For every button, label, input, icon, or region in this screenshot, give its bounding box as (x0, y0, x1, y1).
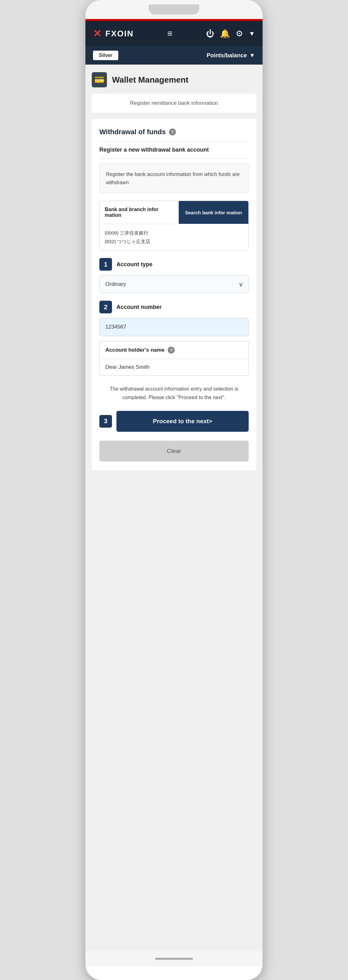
step1-header: 1 Account type (99, 258, 249, 270)
notch (149, 5, 199, 14)
step3-badge: 3 (99, 415, 112, 428)
divider-1 (99, 141, 249, 142)
account-holder-value: Dear James Smith (100, 359, 248, 375)
step2-section: 2 Account number (99, 301, 249, 336)
home-indicator (155, 958, 193, 960)
header-icons: ⏻ 🔔 ⚙ ▼ (206, 29, 255, 39)
page-title-row: 💳 Wallet Management (92, 72, 256, 88)
step1-section: 1 Account type Ordinary Current Savings … (99, 258, 249, 293)
logo-text: FXOIN (105, 29, 133, 39)
form-card: Withdrawal of funds ? Register a new wit… (92, 119, 256, 470)
step1-badge: 1 (99, 258, 112, 270)
points-balance-button[interactable]: Points/balance ▼ (207, 52, 255, 59)
branch-name: (832) つつじヶ丘支店 (105, 237, 243, 246)
account-holder-section: Account holder's name ? Dear James Smith (99, 341, 249, 376)
account-number-input[interactable] (100, 318, 248, 336)
account-holder-header: Account holder's name ? (100, 342, 248, 359)
points-balance-label: Points/balance (207, 52, 247, 59)
account-type-select[interactable]: Ordinary Current Savings (100, 275, 248, 293)
bank-info-label: Bank and branch infor mation (100, 201, 179, 224)
divider-2 (99, 158, 249, 159)
account-type-select-wrapper: Ordinary Current Savings ∨ (99, 275, 249, 293)
section-title-row: Withdrawal of funds ? (99, 128, 249, 136)
points-chevron-icon: ▼ (249, 52, 255, 59)
page-content: 💳 Wallet Management Register remittance … (86, 65, 262, 951)
phone-top (86, 0, 262, 19)
phone-bottom (86, 951, 262, 967)
account-holder-help-icon[interactable]: ? (168, 347, 175, 353)
breadcrumb-text: Register remittance bank information (130, 100, 218, 106)
power-icon[interactable]: ⏻ (206, 29, 214, 39)
bell-icon[interactable]: 🔔 (220, 29, 230, 39)
gear-icon[interactable]: ⚙ (236, 29, 243, 39)
wallet-icon: 💳 (94, 75, 104, 85)
sub-header: Silver Points/balance ▼ (86, 46, 262, 65)
main-header: ✕ FXOIN ≡ ⏻ 🔔 ⚙ ▼ (86, 21, 262, 46)
account-number-input-wrapper (99, 318, 249, 336)
action-section: 3 Proceed to the next> Clear (99, 411, 249, 461)
breadcrumb-card: Register remittance bank information (92, 94, 256, 113)
chevron-icon[interactable]: ▼ (249, 30, 255, 37)
proceed-button[interactable]: Proceed to the next> (116, 411, 249, 432)
step3-btn-row: 3 Proceed to the next> (99, 411, 249, 432)
completion-message: The withdrawal account information entry… (99, 385, 249, 402)
bank-info-section: Bank and branch infor mation Search bank… (99, 201, 249, 250)
search-bank-button[interactable]: Search bank infor mation (179, 201, 248, 224)
step2-label: Account number (116, 304, 162, 310)
sub-section-title: Register a new withdrawal bank account (99, 146, 249, 153)
logo-icon: ✕ (93, 27, 102, 40)
bank-details: (0009) 三井住友銀行 (832) つつじヶ丘支店 (100, 224, 248, 250)
section-title-text: Withdrawal of funds (99, 128, 166, 136)
logo-area: ✕ FXOIN (93, 27, 133, 40)
clear-button[interactable]: Clear (99, 441, 249, 461)
info-box: Register the bank account information fr… (99, 164, 249, 193)
phone-frame: ✕ FXOIN ≡ ⏻ 🔔 ⚙ ▼ Silver Points/balance … (86, 0, 262, 980)
silver-badge: Silver (93, 51, 118, 60)
section-help-icon[interactable]: ? (169, 129, 176, 135)
step1-label: Account type (116, 261, 153, 268)
bank-info-header: Bank and branch infor mation Search bank… (100, 201, 248, 224)
step2-header: 2 Account number (99, 301, 249, 313)
step2-badge: 2 (99, 301, 112, 313)
hamburger-button[interactable]: ≡ (165, 27, 175, 40)
account-holder-label: Account holder's name (105, 347, 165, 353)
page-title: Wallet Management (112, 75, 189, 85)
info-box-text: Register the bank account information fr… (106, 170, 242, 186)
wallet-icon-box: 💳 (92, 72, 107, 88)
bank-name: (0009) 三井住友銀行 (105, 229, 243, 237)
